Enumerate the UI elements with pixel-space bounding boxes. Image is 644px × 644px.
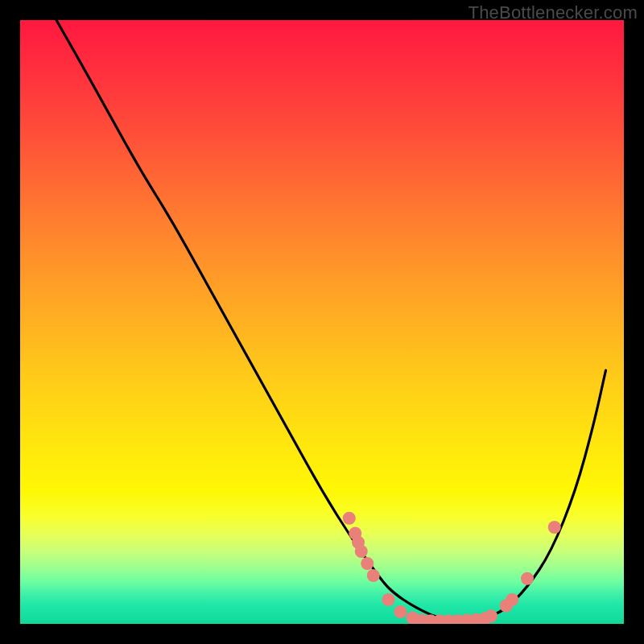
scatter-dot <box>485 609 497 622</box>
chart-frame <box>20 20 624 624</box>
scatter-dot <box>355 545 368 558</box>
scatter-dot <box>343 512 356 525</box>
scatter-dot <box>361 557 374 570</box>
scatter-dot <box>521 572 534 585</box>
scatter-dot <box>367 569 380 582</box>
scatter-dots <box>343 512 561 624</box>
scatter-dot <box>506 593 518 606</box>
chart-svg <box>20 20 624 624</box>
scatter-dot <box>382 593 395 606</box>
curve-line <box>56 20 606 621</box>
scatter-dot <box>548 521 561 534</box>
scatter-dot <box>394 605 407 618</box>
